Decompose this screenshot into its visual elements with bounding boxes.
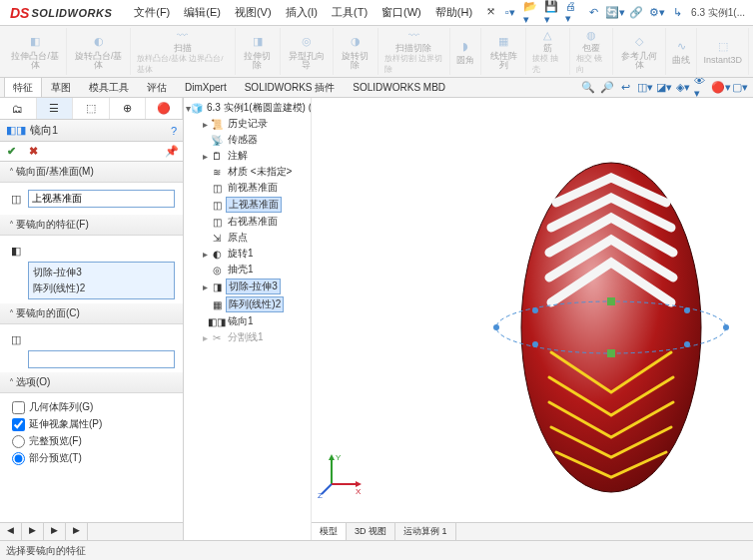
menu-view[interactable]: 视图(V) — [229, 1, 278, 24]
tree-node-11[interactable]: ▸◨切除-拉伸3 — [184, 278, 311, 295]
tree-node-12[interactable]: ▦阵列(线性)2 — [184, 295, 311, 313]
mirror-plane-input[interactable] — [28, 190, 175, 208]
tree-node-6[interactable]: ◫上视基准面 — [184, 196, 311, 214]
pm-title: 镜向1 — [30, 123, 58, 138]
ribbon-linear-pattern[interactable]: ▦线性阵列 — [481, 28, 526, 75]
save-icon[interactable]: 💾▾ — [544, 5, 559, 20]
feature-item-0[interactable]: 切除-拉伸3 — [33, 265, 170, 280]
ribbon-revolve-boss[interactable]: ◐旋转凸台/基体 — [67, 28, 130, 75]
vpbt-3dview[interactable]: 3D 视图 — [347, 523, 395, 540]
svg-rect-9 — [607, 349, 615, 357]
pm-pin-button[interactable]: 📌 — [161, 142, 183, 161]
ribbon-curves[interactable]: ∿曲线 — [666, 28, 697, 75]
tab-evaluate[interactable]: 评估 — [138, 78, 176, 98]
zoom-area-icon[interactable]: 🔎 — [599, 80, 614, 95]
section-features[interactable]: ˄要镜向的特征(F) — [0, 215, 183, 236]
help-icon[interactable]: ? — [171, 125, 177, 137]
pbt-1[interactable]: ▶ — [22, 523, 44, 540]
faces-listbox[interactable] — [28, 350, 175, 368]
tab-features[interactable]: 特征 — [4, 78, 42, 98]
undo-icon[interactable]: ↶ — [586, 5, 601, 20]
ribbon-reference[interactable]: ◇参考几何体 — [613, 28, 666, 75]
tree-node-14[interactable]: ▸✂分割线1 — [184, 329, 311, 345]
pbt-3[interactable]: ▶ — [66, 523, 88, 540]
pm-cancel-button[interactable]: ✖ — [22, 142, 44, 161]
menu-edit[interactable]: 编辑(E) — [178, 1, 227, 24]
pm-ok-button[interactable]: ✔ — [0, 142, 22, 161]
chk-geometry-pattern[interactable]: 几何体阵列(G) — [8, 400, 175, 414]
hide-show-icon[interactable]: 👁▾ — [694, 80, 709, 95]
menu-window[interactable]: 窗口(W) — [376, 1, 427, 24]
status-text: 选择要镜向的特征 — [6, 545, 86, 556]
scene-icon[interactable]: ▢▾ — [732, 80, 747, 95]
vpbt-model[interactable]: 模型 — [312, 523, 347, 540]
section-options[interactable]: ˄选项(O) — [0, 372, 183, 393]
tree-node-2[interactable]: 📡传感器 — [184, 132, 311, 148]
ribbon-rib[interactable]: △筋拔模 抽壳 — [526, 28, 570, 75]
pm-tab-config[interactable]: ⬚ — [73, 98, 110, 119]
ribbon-hole-wizard[interactable]: ◎异型孔向导 — [281, 28, 334, 75]
svg-text:Y: Y — [336, 453, 342, 462]
tree-node-0[interactable]: ▾🧊6.3 实例1(椭圆盖建模) (... — [184, 100, 311, 116]
tab-dimxpert[interactable]: DimXpert — [176, 78, 236, 97]
tab-mold-tools[interactable]: 模具工具 — [80, 78, 138, 98]
pm-tab-fm[interactable]: 🗂 — [0, 98, 37, 119]
tree-node-5[interactable]: ◫前视基准面 — [184, 180, 311, 196]
ribbon-fillet[interactable]: ◗圆角 — [450, 28, 481, 75]
radio-full-preview[interactable]: 完整预览(F) — [8, 434, 175, 448]
options-icon[interactable]: ⚙▾ — [649, 5, 664, 20]
tab-sw-addins[interactable]: SOLIDWORKS 插件 — [236, 78, 345, 98]
menu-search-icon[interactable]: ⤧ — [480, 1, 501, 24]
chk-propagate-visual[interactable]: 延伸视象属性(P) — [8, 417, 175, 431]
ribbon-wrap[interactable]: ◍包覆相交 镜向 — [570, 28, 614, 75]
tree-node-13[interactable]: ◧◨镜向1 — [184, 313, 311, 329]
vpbt-motion[interactable]: 运动算例 1 — [395, 523, 456, 540]
pbt-2[interactable]: ▶ — [44, 523, 66, 540]
new-doc-icon[interactable]: ▫▾ — [502, 5, 517, 20]
coord-icon[interactable]: ↳ — [670, 5, 685, 20]
tree-node-4[interactable]: ≋材质 <未指定> — [184, 164, 311, 180]
tree-node-8[interactable]: ⇲原点 — [184, 230, 311, 246]
ribbon-revolve-cut[interactable]: ◑旋转切除 — [334, 28, 378, 75]
menu-insert[interactable]: 插入(I) — [280, 1, 324, 24]
pm-tab-pm[interactable]: ☰ — [37, 98, 74, 119]
menu-file[interactable]: 文件(F) — [128, 1, 176, 24]
tree-node-3[interactable]: ▸🗒注解 — [184, 148, 311, 164]
ribbon: ◧拉伸凸台/基体 ◐旋转凸台/基体 〰扫描放样凸台/基体 边界凸台/基体 ◨拉伸… — [0, 26, 753, 78]
section-faces[interactable]: ˄要镜向的面(C) — [0, 303, 183, 324]
open-icon[interactable]: 📂▾ — [523, 5, 538, 20]
tree-node-10[interactable]: ◎抽壳1 — [184, 262, 311, 278]
pm-tab-appearance[interactable]: 🔴 — [146, 98, 183, 119]
tree-node-1[interactable]: ▸📜历史记录 — [184, 116, 311, 132]
svg-rect-8 — [607, 297, 615, 305]
section-mirror-plane[interactable]: ˄镜向面/基准面(M) — [0, 162, 183, 183]
ribbon-sweep-cut[interactable]: 〰扫描切除放样切割 边界切除 — [378, 28, 450, 75]
tree-node-7[interactable]: ◫右视基准面 — [184, 214, 311, 230]
section-view-icon[interactable]: ◫▾ — [637, 80, 652, 95]
print-icon[interactable]: 🖨▾ — [565, 5, 580, 20]
menu-tools[interactable]: 工具(T) — [326, 1, 374, 24]
ribbon-sweep-boss[interactable]: 〰扫描放样凸台/基体 边界凸台/基体 — [131, 28, 236, 75]
prev-view-icon[interactable]: ↩ — [618, 80, 633, 95]
ribbon-instant3d[interactable]: ⬚Instant3D — [697, 28, 749, 75]
zoom-fit-icon[interactable]: 🔍 — [580, 80, 595, 95]
link-icon[interactable]: 🔗 — [628, 5, 643, 20]
tab-sw-mbd[interactable]: SOLIDWORKS MBD — [344, 78, 454, 97]
ribbon-extrude-boss[interactable]: ◧拉伸凸台/基体 — [4, 28, 67, 75]
svg-point-2 — [493, 324, 499, 330]
appearance-icon[interactable]: 🔴▾ — [713, 80, 728, 95]
view-orient-icon[interactable]: ◪▾ — [656, 80, 671, 95]
tab-sketch[interactable]: 草图 — [42, 78, 80, 98]
features-listbox[interactable]: 切除-拉伸3 阵列(线性)2 — [28, 262, 175, 299]
tree-node-9[interactable]: ▸◐旋转1 — [184, 246, 311, 262]
ribbon-extrude-cut[interactable]: ◨拉伸切除 — [236, 28, 281, 75]
rebuild-icon[interactable]: 🔄▾ — [607, 5, 622, 20]
display-style-icon[interactable]: ◈▾ — [675, 80, 690, 95]
radio-partial-preview[interactable]: 部分预览(T) — [8, 451, 175, 465]
mirror-icon: ◧◨ — [6, 124, 26, 137]
pbt-0[interactable]: ◀ — [0, 523, 22, 540]
pm-tab-display[interactable]: ⊕ — [110, 98, 147, 119]
feature-item-1[interactable]: 阵列(线性)2 — [33, 280, 170, 296]
viewport[interactable]: Y X Z 模型 3D 视图 运动算例 1 — [312, 98, 753, 540]
menu-help[interactable]: 帮助(H) — [429, 1, 478, 24]
